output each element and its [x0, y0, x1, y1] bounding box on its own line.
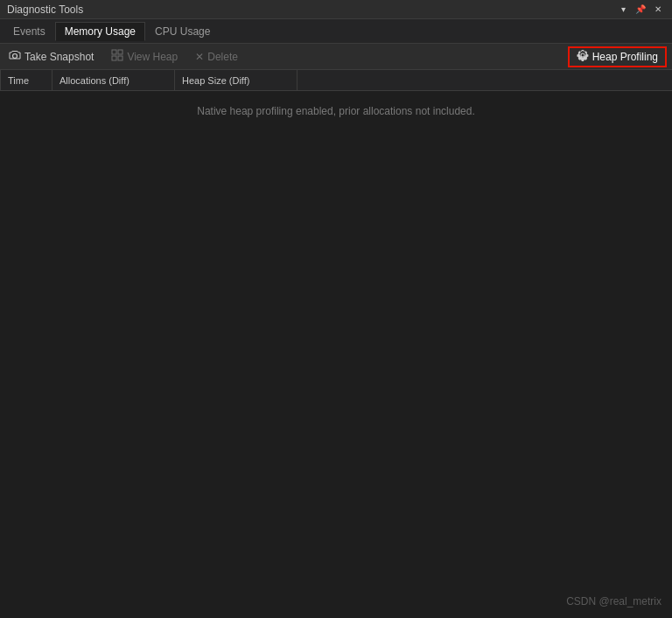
tab-bar: Events Memory Usage CPU Usage: [0, 19, 672, 44]
tab-events[interactable]: Events: [4, 22, 55, 41]
svg-rect-2: [118, 50, 122, 54]
col-header-heap-size: Heap Size (Diff): [175, 70, 298, 90]
delete-button[interactable]: ✕ Delete: [192, 49, 242, 65]
title-bar-text: Diagnostic Tools: [7, 4, 83, 16]
delete-icon: ✕: [195, 51, 204, 63]
tab-cpu-usage[interactable]: CPU Usage: [145, 22, 220, 41]
watermark: CSDN @real_metrix: [566, 595, 662, 607]
view-heap-button[interactable]: View Heap: [108, 47, 181, 66]
view-heap-label: View Heap: [127, 51, 178, 63]
content-area: Native heap profiling enabled, prior all…: [0, 91, 672, 618]
heap-profiling-label: Heap Profiling: [592, 51, 658, 63]
svg-rect-1: [112, 50, 116, 54]
take-snapshot-label: Take Snapshot: [24, 51, 94, 63]
col-header-time: Time: [0, 70, 52, 90]
heap-profiling-button[interactable]: Heap Profiling: [568, 46, 667, 67]
take-snapshot-button[interactable]: Take Snapshot: [5, 47, 97, 66]
toolbar-left: Take Snapshot View Heap ✕ Delete: [5, 47, 242, 66]
column-headers: Time Allocations (Diff) Heap Size (Diff): [0, 70, 672, 91]
minimize-button[interactable]: ▾: [616, 3, 630, 17]
view-heap-icon: [111, 49, 123, 64]
svg-rect-4: [118, 56, 122, 60]
svg-point-0: [13, 54, 18, 59]
title-bar: Diagnostic Tools ▾ 📌 ✕: [0, 0, 672, 19]
col-header-allocations: Allocations (Diff): [52, 70, 175, 90]
pin-button[interactable]: 📌: [634, 3, 648, 17]
tab-memory-usage[interactable]: Memory Usage: [55, 22, 145, 41]
gear-icon: [577, 49, 589, 64]
info-message: Native heap profiling enabled, prior all…: [197, 105, 475, 117]
camera-icon: [9, 49, 21, 64]
close-button[interactable]: ✕: [651, 3, 665, 17]
title-bar-controls: ▾ 📌 ✕: [616, 3, 665, 17]
delete-label: Delete: [207, 51, 238, 63]
svg-rect-3: [112, 56, 116, 60]
toolbar: Take Snapshot View Heap ✕ Delete: [0, 44, 672, 70]
empty-state: Native heap profiling enabled, prior all…: [0, 91, 672, 117]
